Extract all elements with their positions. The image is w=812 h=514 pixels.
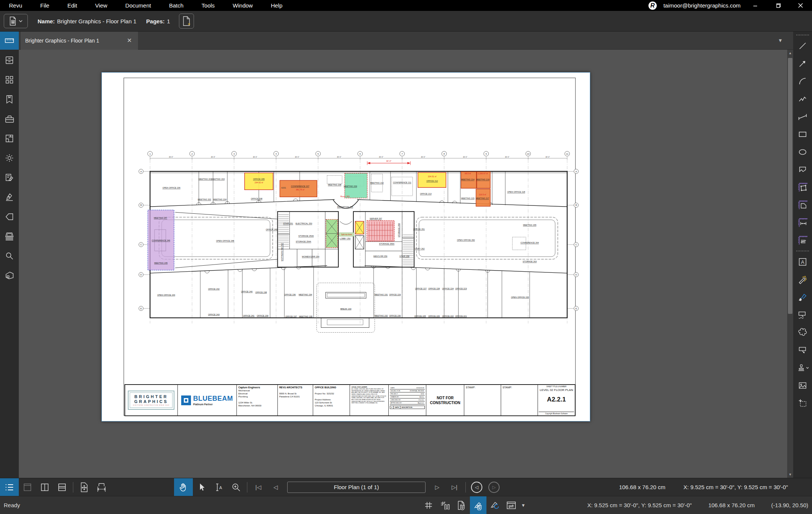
snap-to-markup-toggle[interactable] (470, 496, 486, 514)
panel-spaces[interactable] (0, 129, 19, 148)
tool-pen[interactable] (793, 271, 812, 288)
select-tool[interactable] (193, 478, 210, 496)
tool-measure-cutout[interactable] (793, 196, 812, 214)
snap-to-content-toggle[interactable] (453, 496, 470, 514)
close-button[interactable] (792, 0, 808, 11)
previous-page-button[interactable]: ◁ (267, 478, 284, 496)
reuse-markups-toggle[interactable] (486, 496, 503, 514)
room-label: MEETING 208 (328, 184, 341, 186)
split-vertical-view[interactable] (36, 478, 53, 496)
menu-help[interactable]: Help (262, 0, 291, 11)
next-view-button[interactable]: ▷ (488, 482, 500, 493)
menu-document[interactable]: Document (116, 0, 160, 11)
room-label: MEETING 265 (523, 224, 536, 226)
scroll-up-icon[interactable]: ▲ (787, 50, 793, 56)
panel-settings[interactable] (0, 149, 19, 167)
snap-to-grid-toggle[interactable] (437, 496, 453, 514)
tool-cloud[interactable] (793, 324, 812, 341)
room-label: OFFICE 212 (426, 180, 438, 182)
last-page-button[interactable]: ▷| (446, 478, 463, 496)
minimize-button[interactable] (747, 0, 763, 11)
markup-zone[interactable] (367, 221, 394, 241)
restore-button[interactable] (770, 0, 786, 11)
panel-markups-list[interactable] (0, 169, 19, 187)
document-canvas[interactable]: 123456789101130'-0"30'-0"30'-0"30'-0"30'… (19, 50, 793, 478)
markup-list-toggle[interactable] (0, 478, 19, 496)
menu-file[interactable]: File (31, 0, 58, 11)
file-menu-button[interactable] (4, 14, 28, 28)
tool-line[interactable] (793, 37, 812, 55)
panel-file-access[interactable] (0, 51, 19, 69)
tool-polyline[interactable] (793, 90, 812, 108)
panel-search[interactable] (0, 247, 19, 265)
markup-zone[interactable] (355, 236, 364, 249)
split-horizontal-view[interactable] (53, 478, 71, 496)
tool-ellipse[interactable] (793, 143, 812, 161)
next-page-button[interactable]: ▷ (429, 478, 446, 496)
panel-tool-chest[interactable] (0, 110, 19, 128)
grid-toggle[interactable] (420, 496, 437, 514)
svg-text:30'-0": 30'-0" (169, 156, 173, 158)
titlebar: Revu File Edit View Document Batch Tools… (0, 0, 812, 11)
tool-callout[interactable] (793, 341, 812, 359)
tool-rectangle[interactable] (793, 125, 812, 143)
markup-zone[interactable] (355, 221, 364, 234)
zoom-tool[interactable] (227, 478, 245, 496)
svg-text:30'-0": 30'-0" (253, 156, 258, 158)
menu-edit[interactable]: Edit (58, 0, 86, 11)
markup-zone[interactable] (326, 219, 338, 248)
tool-arrow[interactable] (793, 55, 812, 72)
room-label: OFFICE 229 (389, 293, 401, 296)
document-tab[interactable]: Brighter Graphics - Floor Plan 1 ✕ (21, 32, 138, 50)
statusbar-options-chevron[interactable]: ▼ (521, 503, 526, 508)
tool-polygon[interactable] (793, 161, 812, 178)
tool-text-box[interactable]: A (793, 253, 812, 271)
split-note-markup[interactable]: Split into three (338, 233, 354, 236)
panel-3d-model[interactable] (0, 266, 19, 284)
panel-thumbnails[interactable] (0, 71, 19, 89)
toolbar-separator (465, 482, 466, 493)
tab-close-icon[interactable]: ✕ (126, 37, 133, 44)
page-field[interactable]: Floor Plan (1 of 1) (287, 482, 426, 493)
svg-text:C: C (576, 243, 577, 246)
panel-layers[interactable] (0, 227, 19, 245)
first-page-button[interactable]: |◁ (250, 478, 267, 496)
tool-measure-area[interactable] (793, 178, 812, 196)
fit-page[interactable] (76, 478, 93, 496)
vertical-scrollbar[interactable]: ▲ ▼ (787, 50, 793, 478)
tool-typewriter[interactable] (793, 306, 812, 324)
tool-image[interactable] (793, 377, 812, 394)
single-page-view[interactable] (19, 478, 36, 496)
tool-dimension[interactable] (793, 108, 812, 125)
add-page-button[interactable] (179, 14, 194, 29)
tool-measure-count[interactable] (793, 231, 812, 249)
red-dimension-markup[interactable]: 30'-0" (367, 160, 411, 165)
scroll-down-icon[interactable]: ▼ (787, 471, 793, 478)
account-email[interactable]: taimoor@brightergraphics.com (664, 2, 741, 9)
scrollbar-thumb[interactable] (788, 58, 792, 314)
tool-arc[interactable] (793, 72, 812, 90)
pdf-page[interactable]: 123456789101130'-0"30'-0"30'-0"30'-0"30'… (102, 72, 590, 421)
panel-bookmarks[interactable] (0, 90, 19, 108)
select-text-tool[interactable]: A (210, 478, 227, 496)
menu-revu[interactable]: Revu (0, 0, 31, 11)
tool-snapshot[interactable] (793, 394, 812, 412)
previous-view-button[interactable]: ◁ (471, 482, 482, 493)
fit-width[interactable] (93, 478, 110, 496)
pan-tool[interactable] (174, 478, 193, 496)
tool-highlighter[interactable] (793, 288, 812, 306)
tab-list-chevron-icon[interactable]: ▼ (778, 38, 783, 43)
tool-measure-length[interactable] (793, 214, 812, 231)
menu-tools[interactable]: Tools (192, 0, 224, 11)
menu-window[interactable]: Window (224, 0, 262, 11)
toolbar-drag-handle[interactable] (796, 35, 809, 35)
sync-views-toggle[interactable] (503, 496, 520, 514)
panel-signature[interactable] (0, 188, 19, 206)
panel-measurements[interactable] (0, 32, 19, 50)
panel-tags[interactable] (0, 208, 19, 226)
svg-text:A: A (219, 485, 222, 490)
tool-stamp[interactable] (793, 359, 812, 377)
menu-batch[interactable]: Batch (160, 0, 192, 11)
svg-text:30'-0": 30'-0" (337, 156, 341, 158)
menu-view[interactable]: View (86, 0, 116, 11)
